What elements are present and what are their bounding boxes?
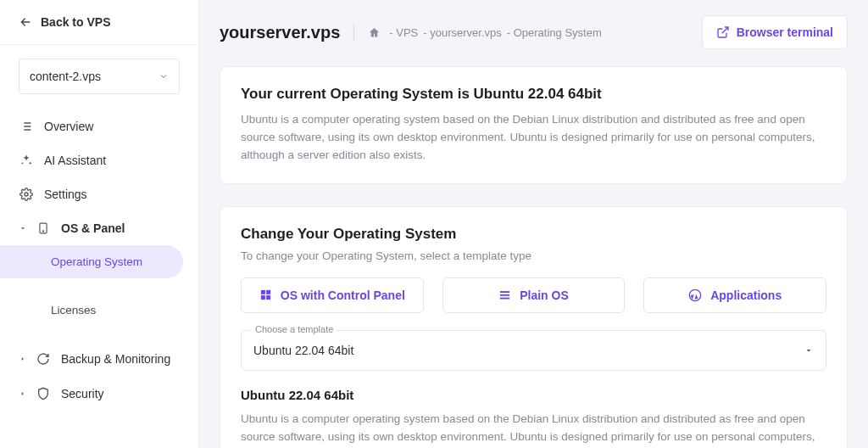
sidebar-item-label: Settings — [44, 188, 87, 201]
breadcrumb-item[interactable]: - VPS — [389, 26, 418, 39]
svg-rect-3 — [261, 290, 265, 294]
option-plain-os[interactable]: Plain OS — [442, 277, 626, 313]
page-title: yourserver.vps — [220, 23, 340, 42]
sidebar-item-security[interactable]: Security — [0, 377, 198, 411]
select-value: Ubuntu 22.04 64bit — [253, 344, 353, 357]
sidebar-item-label: Overview — [44, 120, 93, 133]
chevron-down-icon — [19, 224, 27, 232]
back-label: Back to VPS — [41, 15, 110, 29]
server-select[interactable]: content-2.vps — [19, 59, 180, 94]
grid-icon — [259, 288, 272, 301]
sidebar: Back to VPS content-2.vps Overview AI As… — [0, 0, 199, 448]
refresh-icon — [36, 352, 51, 366]
list-icon — [19, 120, 34, 133]
external-link-icon — [716, 25, 730, 39]
main-content: yourserver.vps - VPS - yourserver.vps - … — [199, 0, 868, 448]
topbar: yourserver.vps - VPS - yourserver.vps - … — [220, 15, 848, 49]
browser-terminal-button[interactable]: Browser terminal — [702, 15, 848, 49]
sidebar-item-licenses[interactable]: Licenses — [0, 294, 198, 327]
divider — [353, 24, 354, 41]
card-title: Your current Operating System is Ubuntu … — [241, 86, 826, 103]
svg-rect-7 — [500, 291, 509, 293]
sidebar-item-os-panel[interactable]: OS & Panel — [0, 211, 198, 245]
breadcrumb: - VPS - yourserver.vps - Operating Syste… — [389, 26, 601, 39]
selected-os-title: Ubuntu 22.04 64bit — [241, 388, 826, 402]
sidebar-item-ai[interactable]: AI Assistant — [0, 143, 198, 177]
server-icon — [36, 221, 51, 235]
sidebar-item-label: AI Assistant — [44, 154, 106, 167]
sidebar-item-overview[interactable]: Overview — [0, 109, 198, 143]
home-icon[interactable] — [368, 26, 381, 39]
sidebar-item-label: Backup & Monitoring — [61, 352, 170, 367]
svg-point-2 — [42, 231, 43, 232]
option-label: OS with Control Panel — [281, 288, 405, 302]
select-label: Choose a template — [252, 324, 337, 334]
server-select-value: content-2.vps — [30, 70, 101, 83]
current-os-card: Your current Operating System is Ubuntu … — [220, 66, 848, 184]
svg-rect-9 — [500, 298, 509, 300]
sidebar-item-label: Licenses — [51, 304, 96, 316]
shield-icon — [36, 387, 51, 400]
sidebar-item-label: OS & Panel — [61, 221, 125, 235]
change-os-card: Change Your Operating System To change y… — [220, 206, 848, 448]
chevron-down-icon — [159, 71, 169, 81]
button-label: Browser terminal — [737, 25, 833, 39]
svg-rect-6 — [266, 295, 270, 300]
gear-icon — [19, 188, 34, 201]
sidebar-item-operating-system[interactable]: Operating System — [0, 245, 183, 278]
sparkle-icon — [19, 154, 34, 167]
breadcrumb-item[interactable]: - yourserver.vps — [423, 26, 501, 39]
svg-rect-4 — [266, 290, 270, 294]
sidebar-item-settings[interactable]: Settings — [0, 177, 198, 211]
svg-rect-8 — [500, 294, 509, 296]
chevron-right-icon — [19, 355, 27, 363]
svg-rect-5 — [261, 295, 265, 300]
chevron-down-icon — [804, 345, 814, 356]
sidebar-nav: Overview AI Assistant Settings — [0, 104, 198, 411]
card-title: Change Your Operating System — [241, 226, 826, 243]
wordpress-icon — [688, 288, 702, 302]
card-subtitle: To change your Operating System, select … — [241, 249, 826, 262]
sidebar-item-backup[interactable]: Backup & Monitoring — [0, 342, 198, 377]
sidebar-item-label: Security — [61, 387, 104, 400]
arrow-left-icon — [19, 15, 32, 29]
template-select[interactable]: Choose a template Ubuntu 22.04 64bit — [241, 330, 826, 371]
option-label: Plain OS — [520, 288, 569, 302]
chevron-right-icon — [19, 389, 27, 398]
option-label: Applications — [710, 288, 782, 302]
svg-point-0 — [25, 193, 28, 196]
template-type-options: OS with Control Panel Plain OS Applicati… — [241, 277, 826, 313]
selected-os-desc: Ubuntu is a computer operating system ba… — [241, 411, 826, 448]
back-link[interactable]: Back to VPS — [0, 0, 198, 45]
sidebar-item-label: Operating System — [51, 255, 142, 268]
list-icon — [498, 288, 511, 301]
breadcrumb-item: - Operating System — [507, 26, 602, 39]
card-text: Ubuntu is a computer operating system ba… — [241, 111, 826, 165]
option-applications[interactable]: Applications — [643, 277, 826, 313]
option-os-control-panel[interactable]: OS with Control Panel — [241, 277, 424, 313]
